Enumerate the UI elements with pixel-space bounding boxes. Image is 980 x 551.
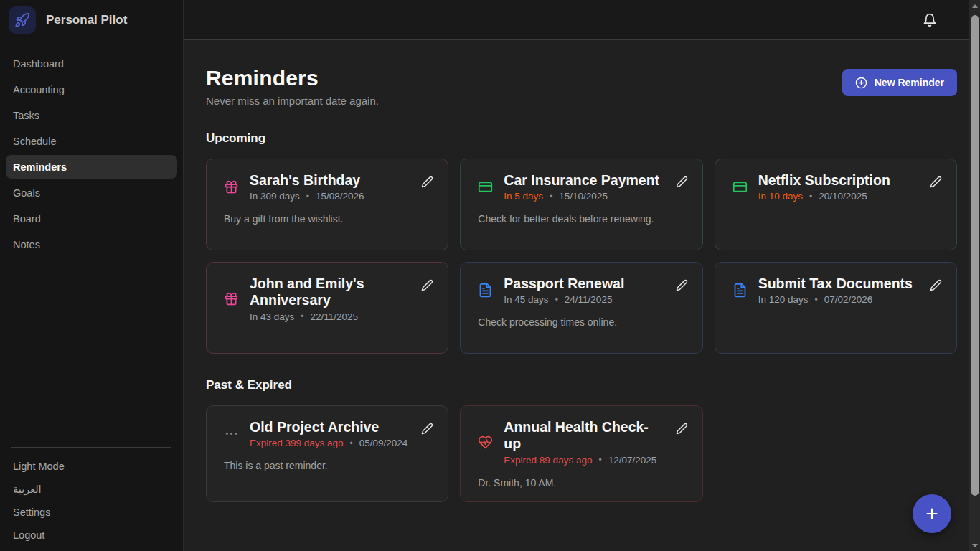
gift-icon (224, 179, 239, 194)
reminder-card[interactable]: Car Insurance Payment In 5 days • 15/10/… (460, 159, 702, 250)
card-countdown: Expired 399 days ago (250, 438, 344, 448)
pencil-icon[interactable] (421, 176, 433, 188)
card-title-block: John and Emily's Anniversary In 43 days … (250, 276, 410, 322)
meta-separator: • (555, 295, 558, 305)
rocket-icon (9, 6, 36, 34)
card-head: Sarah's Birthday In 309 days • 15/08/202… (224, 172, 433, 202)
reminder-card[interactable]: Netflix Subscription In 10 days • 20/10/… (715, 159, 957, 250)
scrollbar-track[interactable] (969, 11, 980, 551)
pencil-icon[interactable] (421, 423, 433, 435)
sidebar-nav: DashboardAccountingTasksScheduleReminder… (0, 52, 183, 258)
pencil-icon[interactable] (676, 423, 688, 435)
card-title: Sarah's Birthday (250, 172, 410, 189)
card-title-block: Old Project Archive Expired 399 days ago… (250, 419, 410, 448)
sidebar-item-board[interactable]: Board (6, 207, 177, 230)
scrollbar-thumb[interactable] (971, 15, 979, 496)
card-date: 20/10/2025 (819, 191, 867, 202)
card-head: Passport Renewal In 45 days • 24/11/2025 (478, 276, 687, 305)
sidebar-footer-item[interactable]: Logout (6, 524, 177, 547)
sidebar-item-reminders[interactable]: Reminders (6, 155, 177, 179)
reminder-card[interactable]: Annual Health Check-up Expired 89 days a… (460, 405, 702, 502)
cards-grid: Sarah's Birthday In 309 days • 15/08/202… (206, 159, 957, 354)
sidebar: Personal Pilot DashboardAccountingTasksS… (0, 0, 184, 551)
meta-separator: • (301, 311, 303, 321)
sidebar-footer-item[interactable]: Light Mode (6, 455, 177, 478)
scrollbar-up-arrow[interactable] (969, 0, 980, 11)
sidebar-item-accounting[interactable]: Accounting (6, 77, 177, 101)
page-title: Reminders (206, 66, 379, 90)
sidebar-footer-item[interactable]: العربية (6, 478, 177, 501)
card-head: John and Emily's Anniversary In 43 days … (224, 276, 433, 322)
pencil-icon[interactable] (676, 279, 688, 291)
meta-separator: • (598, 455, 601, 465)
app-logo-row: Personal Pilot (0, 0, 183, 40)
sidebar-item-tasks[interactable]: Tasks (6, 103, 177, 127)
meta-separator: • (350, 438, 353, 448)
meta-separator: • (550, 192, 552, 202)
reminder-card[interactable]: John and Emily's Anniversary In 43 days … (206, 262, 448, 354)
card-head: Submit Tax Documents In 120 days • 07/02… (732, 276, 942, 305)
card-head: Annual Health Check-up Expired 89 days a… (478, 419, 687, 466)
pencil-icon[interactable] (421, 279, 433, 291)
meta-separator: • (306, 192, 309, 202)
card-description: Dr. Smith, 10 AM. (478, 477, 687, 489)
meta-separator: • (809, 192, 812, 202)
add-reminder-fab[interactable] (913, 494, 951, 533)
reminder-card[interactable]: Old Project Archive Expired 399 days ago… (206, 405, 448, 502)
card-meta: In 45 days • 24/11/2025 (504, 294, 664, 305)
reminder-card[interactable]: Sarah's Birthday In 309 days • 15/08/202… (206, 159, 448, 250)
main-area: Reminders Never miss an important date a… (184, 0, 980, 551)
pencil-icon[interactable] (676, 176, 688, 188)
reminder-card[interactable]: Submit Tax Documents In 120 days • 07/02… (715, 262, 957, 354)
card-title: John and Emily's Anniversary (250, 276, 410, 309)
card-countdown: Expired 89 days ago (504, 455, 592, 466)
card-description: Check processing times online. (478, 316, 687, 328)
file-text-icon (478, 283, 493, 298)
card-head: Netflix Subscription In 10 days • 20/10/… (732, 172, 942, 202)
sidebar-footer-item[interactable]: Settings (6, 501, 177, 524)
card-countdown: In 309 days (250, 191, 300, 202)
card-meta: In 10 days • 20/10/2025 (758, 191, 919, 202)
card-meta: In 43 days • 22/11/2025 (250, 311, 410, 322)
card-date: 22/11/2025 (311, 311, 359, 322)
sidebar-item-dashboard[interactable]: Dashboard (6, 52, 177, 75)
card-head: Old Project Archive Expired 399 days ago… (224, 419, 433, 448)
cards-grid: Old Project Archive Expired 399 days ago… (206, 405, 957, 502)
reminder-card[interactable]: Passport Renewal In 45 days • 24/11/2025… (460, 262, 702, 354)
page-subtitle: Never miss an important date again. (206, 95, 379, 107)
card-title-block: Passport Renewal In 45 days • 24/11/2025 (504, 276, 664, 305)
card-description: Check for better deals before renewing. (478, 213, 687, 225)
card-countdown: In 45 days (504, 294, 548, 305)
card-title: Annual Health Check-up (504, 419, 664, 453)
content: Reminders Never miss an important date a… (184, 40, 980, 551)
ellipsis-icon (224, 426, 239, 441)
card-title: Passport Renewal (504, 276, 664, 292)
pencil-icon[interactable] (930, 279, 942, 291)
new-reminder-button[interactable]: New Reminder (842, 69, 957, 96)
plus-icon (924, 506, 940, 522)
card-date: 05/09/2024 (359, 438, 408, 448)
card-description: Buy a gift from the wishlist. (224, 213, 433, 225)
heart-pulse-icon (478, 435, 493, 450)
reminder-section: Past & Expired Old Project Archive Expir… (206, 378, 957, 502)
topbar (184, 0, 980, 40)
sidebar-item-schedule[interactable]: Schedule (6, 129, 177, 153)
app-title: Personal Pilot (46, 13, 127, 27)
card-description: This is a past reminder. (224, 460, 433, 471)
card-meta: In 5 days • 15/10/2025 (504, 191, 664, 202)
reminder-section: Upcoming Sarah's Birthday In 309 days • … (206, 131, 957, 354)
pencil-icon[interactable] (930, 176, 942, 188)
card-countdown: In 10 days (758, 191, 803, 202)
card-date: 07/02/2026 (824, 294, 873, 305)
section-title: Past & Expired (206, 378, 957, 392)
card-head: Car Insurance Payment In 5 days • 15/10/… (478, 172, 687, 202)
sidebar-item-goals[interactable]: Goals (6, 181, 177, 204)
card-meta: Expired 89 days ago • 12/07/2025 (504, 455, 664, 466)
card-date: 15/10/2025 (559, 191, 608, 202)
bell-icon[interactable] (923, 13, 937, 27)
credit-card-icon (732, 179, 748, 194)
scrollbar-down-arrow[interactable] (969, 540, 980, 551)
card-date: 24/11/2025 (565, 294, 613, 305)
sidebar-item-notes[interactable]: Notes (6, 232, 177, 256)
card-countdown: In 120 days (758, 294, 809, 305)
